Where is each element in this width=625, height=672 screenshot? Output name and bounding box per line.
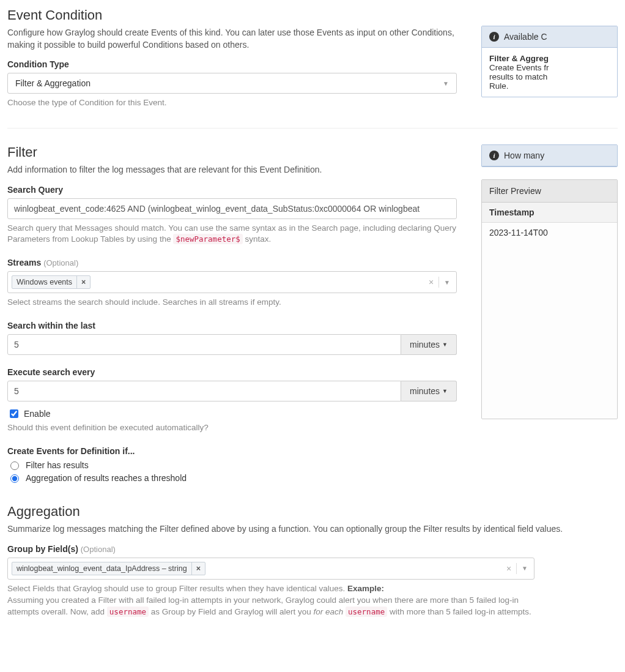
group-by-chip-label: winlogbeat_winlog_event_data_IpAddress –… — [12, 562, 191, 575]
streams-select[interactable]: Windows events × × ▼ — [7, 271, 457, 293]
example-label: Example: — [347, 584, 384, 593]
search-query-label: Search Query — [7, 185, 457, 195]
caret-down-icon: ▼ — [442, 342, 448, 348]
filter-heading: Filter — [7, 144, 457, 160]
optional-label: (Optional) — [81, 545, 116, 554]
group-by-help: Select Fields that Graylog should use to… — [7, 583, 539, 618]
stream-chip: Windows events × — [12, 275, 91, 289]
radio-label: Filter has results — [26, 460, 89, 470]
available-conditions-title: Available C — [504, 32, 547, 42]
condition-type-select[interactable]: Filter & Aggregation ▼ — [7, 73, 457, 94]
event-condition-desc: Configure how Graylog should create Even… — [7, 27, 457, 51]
group-by-select[interactable]: winlogbeat_winlog_event_data_IpAddress –… — [7, 558, 534, 580]
info-icon: i — [489, 32, 499, 42]
aggregation-desc: Summarize log messages matching the Filt… — [7, 523, 618, 536]
caret-down-icon: ▼ — [442, 388, 448, 394]
group-by-chip: winlogbeat_winlog_event_data_IpAddress –… — [12, 562, 205, 575]
help-text: Select Fields that Graylog should use to… — [7, 584, 347, 593]
help-code: username — [107, 607, 149, 617]
chevron-down-icon[interactable]: ▼ — [444, 279, 450, 286]
streams-label: Streams — [7, 258, 41, 267]
panel-body-line: Create Events fr — [489, 63, 549, 72]
execute-every-unit-button[interactable]: minutes ▼ — [401, 381, 457, 401]
enable-help: Should this event definition be executed… — [7, 422, 457, 434]
help-text: syntax. — [245, 234, 272, 244]
filter-preview-panel: Filter Preview Timestamp 2023-11-14T00 — [481, 179, 618, 419]
search-within-label: Search within the last — [7, 321, 457, 330]
panel-body-line: Rule. — [489, 81, 509, 91]
execute-every-input[interactable] — [7, 381, 401, 401]
condition-type-help: Choose the type of Condition for this Ev… — [7, 97, 457, 109]
search-query-help: Search query that Messages should match.… — [7, 223, 457, 246]
search-query-input[interactable] — [7, 198, 457, 219]
enable-label: Enable — [24, 409, 51, 419]
panel-body-title: Filter & Aggreg — [489, 54, 549, 63]
how-many-panel: i How many — [481, 144, 618, 167]
condition-type-value: Filter & Aggregation — [15, 78, 91, 88]
optional-label: (Optional) — [43, 258, 78, 267]
clear-all-icon[interactable]: × — [506, 564, 511, 573]
filter-desc: Add information to filter the log messag… — [7, 164, 457, 176]
execute-every-label: Execute search every — [7, 367, 457, 377]
streams-help: Select streams the search should include… — [7, 297, 457, 308]
group-by-label: Group by Field(s) — [7, 544, 78, 554]
stream-chip-label: Windows events — [12, 276, 76, 288]
filter-has-results-radio[interactable] — [10, 461, 19, 470]
enable-checkbox[interactable] — [10, 409, 18, 418]
remove-chip-icon[interactable]: × — [76, 276, 90, 288]
help-text-em: for each — [313, 607, 343, 616]
help-code: username — [346, 607, 387, 617]
chevron-down-icon: ▼ — [443, 80, 449, 87]
condition-type-label: Condition Type — [7, 59, 457, 69]
event-condition-heading: Event Condition — [7, 7, 457, 23]
preview-td: 2023-11-14T00 — [482, 223, 617, 419]
help-text: with more than 5 failed log-in attempts. — [390, 607, 531, 616]
aggregation-heading: Aggregation — [7, 504, 618, 520]
info-icon: i — [489, 151, 499, 160]
unit-label: minutes — [410, 386, 440, 396]
search-within-unit-button[interactable]: minutes ▼ — [401, 334, 457, 355]
create-events-label: Create Events for Definition if... — [7, 446, 457, 456]
remove-chip-icon[interactable]: × — [191, 562, 205, 575]
available-conditions-panel: i Available C Filter & Aggreg Create Eve… — [481, 26, 618, 97]
aggregation-threshold-radio[interactable] — [10, 474, 19, 483]
chevron-down-icon[interactable]: ▼ — [522, 565, 528, 572]
how-many-title: How many — [504, 151, 544, 160]
preview-th: Timestamp — [482, 203, 617, 223]
help-code: $newParameter$ — [173, 234, 242, 244]
separator — [438, 277, 439, 288]
help-text: as Group by Field and Graylog will alert… — [151, 607, 314, 616]
panel-body-line: results to match — [489, 72, 547, 81]
search-within-input[interactable] — [7, 334, 401, 355]
filter-preview-title: Filter Preview — [482, 180, 617, 203]
separator — [516, 563, 517, 574]
radio-label: Aggregation of results reaches a thresho… — [26, 473, 187, 483]
clear-all-icon[interactable]: × — [429, 277, 434, 287]
unit-label: minutes — [410, 340, 440, 349]
